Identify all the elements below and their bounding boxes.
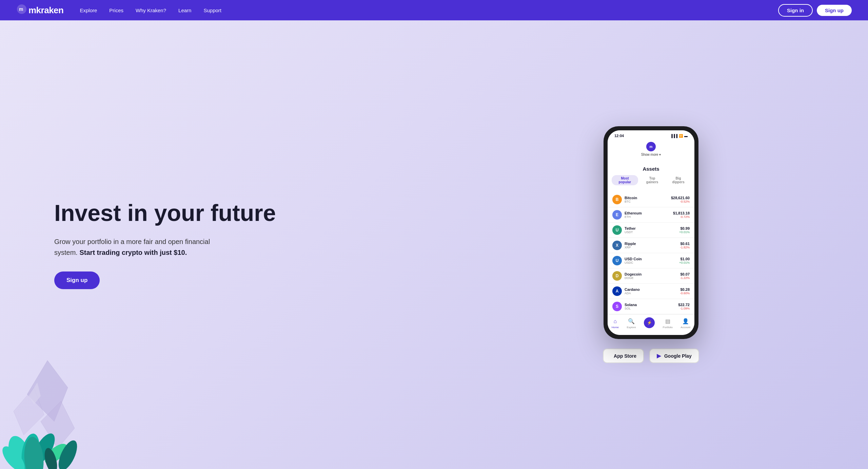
nav-explore[interactable]: Explore (80, 7, 97, 13)
nav-links: Explore Prices Why Kraken? Learn Support (80, 7, 778, 13)
google-play-button[interactable]: ▶ Google Play (649, 349, 699, 363)
asset-item[interactable]: D Dogecoin DOGE $0.07 -1.22% (608, 268, 694, 284)
hero-content: Invest in your future Grow your portfoli… (0, 20, 461, 469)
asset-change: -1.82% (680, 246, 690, 249)
asset-info: Ethereum ETH (625, 211, 673, 219)
asset-info: Solana SOL (625, 303, 678, 310)
asset-value: $1.00 (679, 257, 690, 261)
nav-actions: Sign in Sign up (778, 4, 852, 17)
asset-price: $22.72 -1.09% (678, 303, 690, 310)
signup-button-nav[interactable]: Sign up (817, 5, 852, 16)
asset-price: $0.07 -1.22% (680, 272, 690, 280)
asset-value: $0.99 (679, 226, 690, 230)
asset-price: $1.00 +0.01% (679, 257, 690, 264)
bottom-nav-portfolio[interactable]: ▤ Portfolio (663, 318, 673, 329)
asset-item[interactable]: B Bitcoin BTC $28,621.60 -0.52% (608, 192, 694, 207)
status-time: 12:04 (614, 134, 624, 138)
asset-item[interactable]: X Ripple XRP $0.61 -1.82% (608, 238, 694, 253)
explore-icon: 🔍 (628, 318, 635, 324)
asset-icon: U (612, 225, 622, 235)
asset-change: -0.60% (680, 292, 690, 295)
bottom-nav-trade[interactable]: ⚡ (644, 317, 655, 330)
asset-item[interactable]: A Cardano ADA $0.28 -0.60% (608, 284, 694, 299)
nav-prices[interactable]: Prices (109, 7, 123, 13)
asset-item[interactable]: U Tether USDT $0.99 +0.01% (608, 223, 694, 238)
asset-icon: U (612, 256, 622, 265)
logo-text: mkraken (28, 5, 63, 16)
phone-app-logo: m (646, 142, 656, 151)
asset-symbol: SOL (625, 307, 678, 310)
asset-item[interactable]: U USD Coin USDC $1.00 +0.01% (608, 253, 694, 268)
phone-mockup: 12:04 ▐▐▐ 🛜 ▬ m Show more ▾ Asset (604, 126, 698, 339)
asset-price: $28,621.60 -0.52% (671, 196, 690, 203)
asset-change: -1.22% (680, 276, 690, 280)
asset-value: $0.07 (680, 272, 690, 276)
asset-info: Cardano ADA (625, 287, 680, 295)
asset-symbol: XRP (625, 246, 680, 249)
logo-icon: m (16, 4, 27, 17)
nav-learn[interactable]: Learn (178, 7, 191, 13)
bottom-nav-account[interactable]: 👤 Account (680, 318, 690, 329)
asset-change: -0.52% (671, 200, 690, 203)
asset-price: $0.99 +0.01% (679, 226, 690, 234)
asset-name: Tether (625, 226, 679, 230)
asset-info: Dogecoin DOGE (625, 272, 680, 280)
asset-info: Tether USDT (625, 226, 679, 234)
tab-top-gainers[interactable]: Top gainers (640, 175, 665, 185)
asset-change: +0.01% (679, 261, 690, 264)
asset-info: Ripple XRP (625, 242, 680, 249)
asset-item[interactable]: E Ethereum ETH $1,813.18 -0.72% (608, 207, 694, 223)
asset-symbol: USDC (625, 261, 679, 264)
asset-name: Ripple (625, 242, 680, 246)
status-icons: ▐▐▐ 🛜 ▬ (670, 134, 688, 138)
asset-value: $0.28 (680, 287, 690, 292)
asset-price: $1,813.18 -0.72% (673, 211, 690, 219)
bottom-nav-explore[interactable]: 🔍 Explore (627, 318, 636, 329)
hero-right: 12:04 ▐▐▐ 🛜 ▬ m Show more ▾ Asset (461, 20, 868, 469)
asset-value: $1,813.18 (673, 211, 690, 215)
asset-icon: S (612, 302, 622, 311)
phone-bottom-nav: ⌂ Home 🔍 Explore ⚡ ▤ Portfolio (608, 314, 694, 335)
asset-value: $28,621.60 (671, 196, 690, 200)
show-more[interactable]: Show more ▾ (613, 153, 689, 156)
asset-name: Ethereum (625, 211, 673, 215)
assets-title: Assets (608, 164, 694, 175)
navbar: m mkraken Explore Prices Why Kraken? Lea… (0, 0, 868, 20)
play-icon: ▶ (657, 353, 661, 359)
svg-text:m: m (19, 6, 23, 12)
signup-button-hero[interactable]: Sign up (54, 271, 100, 289)
asset-list: B Bitcoin BTC $28,621.60 -0.52% E Ethere… (608, 192, 694, 314)
hero-section: Invest in your future Grow your portfoli… (0, 20, 868, 469)
nav-why-kraken[interactable]: Why Kraken? (136, 7, 166, 13)
hero-subtitle: Grow your portfolio in a more fair and o… (54, 236, 217, 258)
asset-info: Bitcoin BTC (625, 196, 671, 203)
asset-symbol: DOGE (625, 276, 680, 280)
logo[interactable]: m mkraken (16, 4, 63, 17)
bottom-nav-home[interactable]: ⌂ Home (612, 318, 619, 329)
hero-subtitle-bold: Start trading crypto with just $10. (79, 249, 187, 256)
nav-support[interactable]: Support (203, 7, 221, 13)
asset-item[interactable]: S Solana SOL $22.72 -1.09% (608, 299, 694, 314)
asset-name: Bitcoin (625, 196, 671, 200)
app-store-button[interactable]: App Store (603, 349, 644, 363)
asset-icon: E (612, 210, 622, 220)
asset-icon: D (612, 271, 622, 281)
tab-most-popular[interactable]: Most popular (612, 175, 638, 185)
asset-name: Cardano (625, 287, 680, 292)
portfolio-icon: ▤ (665, 318, 670, 324)
asset-symbol: BTC (625, 200, 671, 203)
battery-icon: ▬ (684, 134, 688, 138)
google-play-label: Google Play (664, 353, 692, 359)
home-icon: ⌂ (614, 318, 617, 324)
asset-icon: A (612, 286, 622, 296)
asset-price: $0.28 -0.60% (680, 287, 690, 295)
phone-header: m Show more ▾ (608, 140, 694, 161)
tab-big-dippers[interactable]: Big dippers (666, 175, 690, 185)
asset-change: -1.09% (678, 307, 690, 310)
asset-symbol: ETH (625, 215, 673, 219)
signin-button[interactable]: Sign in (778, 4, 813, 17)
asset-name: USD Coin (625, 257, 679, 261)
phone-status-bar: 12:04 ▐▐▐ 🛜 ▬ (608, 130, 694, 140)
assets-section: Assets Most popular Top gainers Big dipp… (608, 161, 694, 192)
asset-change: +0.01% (679, 230, 690, 234)
